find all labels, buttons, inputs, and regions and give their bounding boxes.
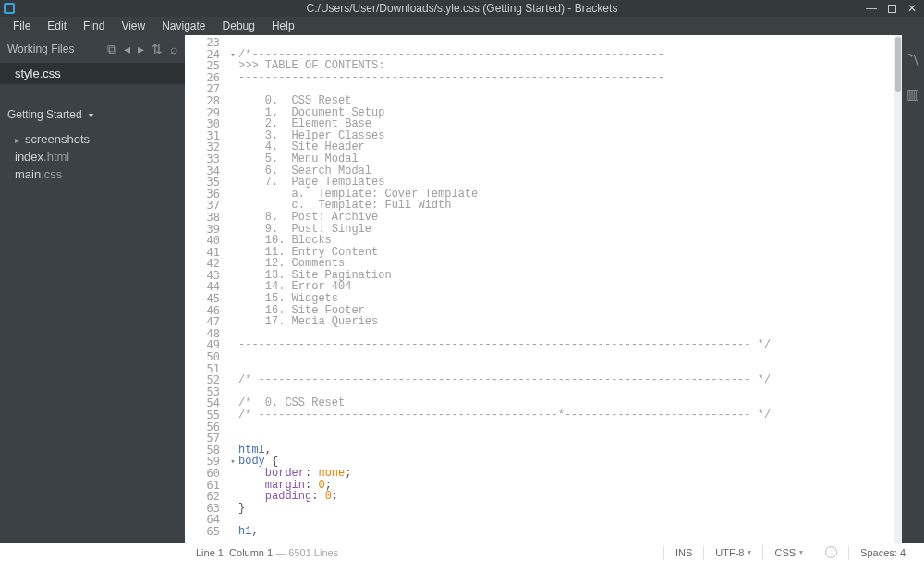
insert-mode[interactable]: INS [663, 545, 703, 560]
working-files-label: Working Files [7, 43, 74, 55]
sort-icon[interactable]: ⇅ [152, 42, 163, 56]
live-preview-icon[interactable]: 〽 [906, 52, 920, 67]
vertical-scrollbar[interactable] [894, 35, 902, 543]
sidebar: Working Files ⧉ ◂ ▸ ⇅ ⌕ style.css Gettin… [0, 35, 185, 543]
language-selector[interactable]: CSS▾ [762, 545, 814, 560]
lint-status-icon[interactable] [825, 546, 837, 558]
scrollbar-thumb[interactable] [895, 37, 901, 92]
project-selector[interactable]: Getting Started ▾ [0, 106, 185, 123]
indent-selector[interactable]: Spaces: 4 [848, 545, 917, 560]
nav-back-icon[interactable]: ◂ [124, 42, 130, 56]
app-logo-icon [4, 3, 15, 14]
maximize-button[interactable] [888, 5, 896, 13]
tree-file[interactable]: index.html [0, 148, 185, 165]
tree-folder[interactable]: screenshots [0, 130, 185, 148]
titlebar: C:/Users/User/Downloads/style.css (Getti… [0, 0, 924, 17]
chevron-down-icon: ▾ [748, 548, 751, 556]
chevron-down-icon: ▾ [89, 110, 93, 120]
menu-edit[interactable]: Edit [40, 18, 74, 34]
nav-forward-icon[interactable]: ▸ [138, 42, 144, 56]
working-file-item[interactable]: style.css [0, 63, 185, 84]
menu-navigate[interactable]: Navigate [154, 18, 213, 34]
code-area[interactable]: /*--------------------------------------… [238, 35, 894, 543]
chevron-down-icon: ▾ [799, 548, 803, 556]
project-name: Getting Started [7, 108, 82, 121]
line-number-gutter: 2324252627282930313233343536373839404142… [185, 35, 227, 543]
right-toolbar: 〽 ▥ [902, 35, 924, 543]
menu-debug[interactable]: Debug [215, 18, 262, 34]
close-button[interactable]: ✕ [907, 3, 917, 14]
total-lines-text: 6501 Lines [288, 547, 338, 558]
tree-file[interactable]: main.css [0, 165, 185, 183]
statusbar: Line 1, Column 1 — 6501 Lines INS UTF-8▾… [0, 543, 924, 561]
cursor-pos-text: Line 1, Column 1 [196, 547, 273, 558]
cursor-position[interactable]: Line 1, Column 1 — 6501 Lines [196, 547, 338, 558]
menu-help[interactable]: Help [264, 18, 302, 34]
encoding-selector[interactable]: UTF-8▾ [703, 545, 762, 560]
search-icon[interactable]: ⌕ [170, 42, 177, 56]
minimize-button[interactable]: — [866, 3, 877, 14]
extensions-icon[interactable]: ▥ [906, 86, 919, 103]
editor[interactable]: 2324252627282930313233343536373839404142… [185, 35, 902, 543]
menu-file[interactable]: File [6, 18, 38, 34]
fold-gutter[interactable]: ▾▾ [227, 35, 238, 543]
menu-find[interactable]: Find [76, 18, 112, 34]
split-view-icon[interactable]: ⧉ [107, 42, 116, 57]
menubar: FileEditFindViewNavigateDebugHelp [0, 17, 924, 35]
menu-view[interactable]: View [114, 18, 152, 34]
window-title: C:/Users/User/Downloads/style.css (Getti… [307, 2, 618, 15]
